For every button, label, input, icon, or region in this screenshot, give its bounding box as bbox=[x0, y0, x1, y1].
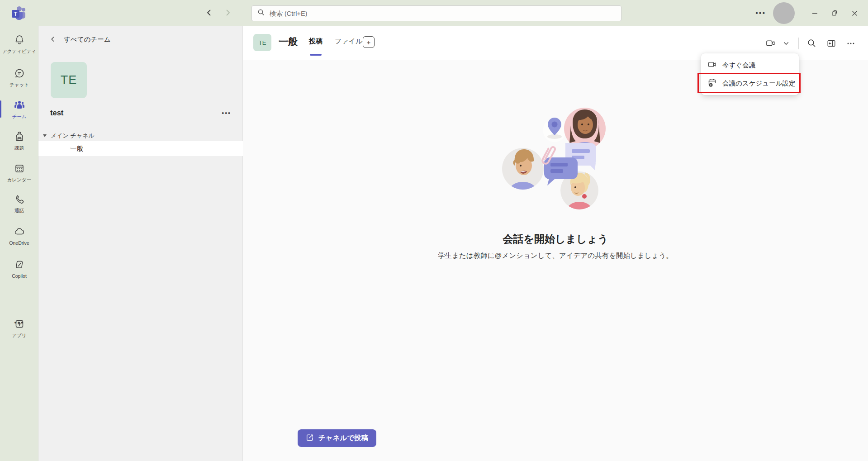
svg-text:T: T bbox=[14, 11, 18, 17]
menu-item-meet-now[interactable]: 今すぐ会議 bbox=[701, 56, 799, 74]
channel-section-toggle[interactable]: メイン チャネル bbox=[38, 129, 243, 142]
sidebar-item-calls[interactable]: 通話 bbox=[0, 189, 38, 217]
empty-state-heading: 会話を開始しましょう bbox=[243, 232, 868, 246]
menu-item-label: 会議のスケジュール設定 bbox=[722, 79, 796, 88]
triangle-down-icon bbox=[43, 134, 47, 137]
backpack-icon bbox=[14, 131, 25, 144]
minimize-button[interactable] bbox=[805, 3, 825, 23]
team-row: test ••• bbox=[38, 109, 243, 117]
compose-icon bbox=[306, 433, 314, 443]
conversation-illustration bbox=[497, 99, 614, 216]
teams-logo-icon: T bbox=[9, 5, 26, 21]
apps-plus-icon bbox=[14, 318, 25, 331]
close-button[interactable] bbox=[844, 3, 864, 23]
channel-item-label: 一般 bbox=[70, 144, 83, 153]
search-input[interactable] bbox=[270, 10, 616, 17]
channel-item-general[interactable]: 一般 bbox=[38, 141, 243, 156]
sidebar-item-label: チャット bbox=[9, 82, 29, 87]
sidebar-item-label: アプリ bbox=[12, 333, 26, 338]
chevron-left-icon bbox=[50, 36, 56, 44]
back-button[interactable] bbox=[203, 6, 215, 19]
video-camera-icon bbox=[707, 60, 717, 71]
copilot-icon bbox=[14, 259, 25, 272]
phone-icon bbox=[14, 194, 25, 206]
app-rail: アクティビティ チャット チーム 課題 bbox=[0, 26, 38, 461]
sidebar-item-assignments[interactable]: 課題 bbox=[0, 127, 38, 155]
restore-button[interactable] bbox=[825, 3, 844, 23]
team-avatar[interactable]: TE bbox=[51, 62, 87, 98]
sidebar-item-label: カレンダー bbox=[7, 177, 31, 182]
teams-people-icon bbox=[14, 100, 25, 112]
sidebar-item-label: 課題 bbox=[14, 146, 24, 151]
all-teams-back[interactable]: すべてのチーム bbox=[50, 35, 111, 44]
sidebar-item-label: チーム bbox=[12, 114, 27, 119]
sidebar-item-teams[interactable]: チーム bbox=[0, 95, 38, 123]
bell-icon bbox=[14, 34, 25, 47]
window-controls: ••• bbox=[755, 0, 868, 26]
search-bar[interactable] bbox=[251, 5, 621, 21]
team-name: test bbox=[50, 109, 63, 117]
calendar-icon bbox=[14, 163, 25, 176]
menu-item-schedule-meeting[interactable]: 会議のスケジュール設定 bbox=[701, 74, 799, 92]
sidebar-item-calendar[interactable]: カレンダー bbox=[0, 158, 38, 186]
empty-state-subtitle: 学生または教師に@メンションして、アイデアの共有を開始しましょう。 bbox=[243, 251, 868, 261]
post-button-label: チャネルで投稿 bbox=[318, 433, 368, 443]
search-icon bbox=[257, 9, 265, 18]
sidebar-item-onedrive[interactable]: OneDrive bbox=[0, 222, 38, 250]
sidebar-item-apps[interactable]: アプリ bbox=[0, 314, 38, 342]
user-avatar[interactable] bbox=[773, 2, 795, 24]
sidebar-item-copilot[interactable]: Copilot bbox=[0, 255, 38, 283]
channel-section-label: メイン チャネル bbox=[51, 132, 95, 140]
settings-more-button[interactable]: ••• bbox=[755, 9, 766, 17]
sidebar-item-label: Copilot bbox=[12, 274, 27, 279]
sidebar-item-label: OneDrive bbox=[9, 241, 29, 246]
chat-icon bbox=[14, 68, 25, 81]
all-teams-label: すべてのチーム bbox=[64, 35, 111, 44]
teams-list-panel: すべてのチーム TE test ••• メイン チャネル 一般 bbox=[38, 26, 243, 461]
sidebar-item-activity[interactable]: アクティビティ bbox=[0, 30, 38, 58]
title-bar: T ••• bbox=[0, 0, 868, 26]
cloud-icon bbox=[14, 226, 25, 239]
sidebar-item-label: アクティビティ bbox=[2, 49, 36, 54]
menu-item-label: 今すぐ会議 bbox=[722, 61, 755, 70]
calendar-add-icon bbox=[707, 78, 717, 89]
meet-dropdown-menu: 今すぐ会議 会議のスケジュール設定 bbox=[701, 53, 799, 95]
forward-button[interactable] bbox=[222, 6, 234, 19]
team-more-options-button[interactable]: ••• bbox=[222, 109, 231, 117]
sidebar-item-chat[interactable]: チャット bbox=[0, 63, 38, 91]
sidebar-item-label: 通話 bbox=[14, 208, 24, 213]
history-navigation bbox=[203, 6, 234, 19]
post-in-channel-button[interactable]: チャネルで投稿 bbox=[298, 429, 376, 447]
